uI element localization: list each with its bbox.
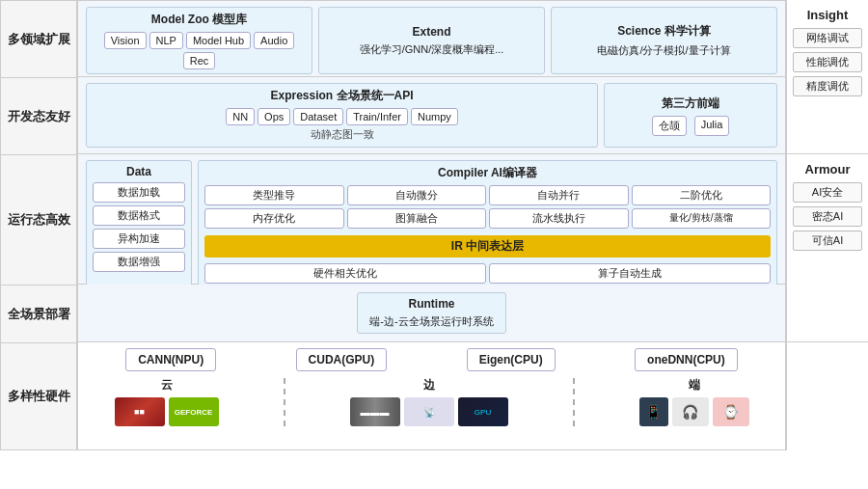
- compiler-title: Compiler AI编译器: [204, 165, 771, 181]
- chip-audio: Audio: [254, 32, 294, 49]
- ir-bar: IR 中间表达层: [204, 235, 771, 258]
- insight-section: Insight 网络调试 性能调优 精度调优: [787, 0, 868, 154]
- compiler-row: Data 数据加载 数据格式 异构加速 数据增强 Compiler AI编译器 …: [77, 154, 786, 285]
- armour-section: Armour AI安全 密态AI 可信AI: [787, 154, 868, 342]
- device-router: 📡: [404, 397, 454, 426]
- chip-cangjie: 仓颉: [652, 116, 687, 136]
- terminal-label: 端: [689, 377, 700, 394]
- right-item-perf-tune: 性能调优: [793, 52, 862, 72]
- chip-auto-parallel: 自动并行: [489, 185, 629, 205]
- right-item-encrypted-ai: 密态AI: [793, 206, 862, 227]
- modelzoo-title: Model Zoo 模型库: [93, 12, 306, 28]
- expression-note: 动静态图一致: [95, 127, 589, 142]
- chip-data-aug: 数据增强: [93, 252, 185, 272]
- right-item-trusted-ai: 可信AI: [793, 231, 862, 251]
- chip-type-infer: 类型推导: [204, 185, 344, 205]
- right-item-ai-security: AI安全: [793, 182, 862, 203]
- cloud-label: 云: [161, 377, 173, 394]
- modelzoo-row: Model Zoo 模型库 Vision NLP Model Hub Audio…: [77, 0, 786, 77]
- chip-vision: Vision: [104, 32, 147, 49]
- right-panel: Insight 网络调试 性能调优 精度调优 Armour AI安全 密态AI …: [786, 0, 868, 450]
- edge-label: 边: [423, 377, 435, 394]
- science-text: 电磁仿真/分子模拟/量子计算: [597, 43, 730, 58]
- device-rack: ▬▬▬: [350, 397, 400, 426]
- right-item-accuracy-tune: 精度调优: [793, 76, 862, 96]
- insight-title: Insight: [805, 4, 851, 26]
- extend-text: 强化学习/GNN/深度概率编程...: [360, 42, 504, 57]
- main-layout: 多领域扩展 开发态友好 运行态高效 全场景部署 多样性硬件 Model Zoo …: [0, 0, 868, 450]
- chip-graph-fusion: 图算融合: [347, 208, 487, 229]
- center-content: Model Zoo 模型库 Vision NLP Model Hub Audio…: [77, 0, 786, 450]
- chip-train-infer: Train/Infer: [346, 108, 408, 125]
- right-item-network-debug: 网络调试: [793, 28, 862, 48]
- third-party-title: 第三方前端: [662, 95, 719, 112]
- chip-numpy: Numpy: [411, 108, 458, 125]
- chip-op-gen: 算子自动生成: [489, 263, 771, 284]
- divider1: [284, 378, 285, 426]
- chip-nlp: NLP: [149, 32, 183, 49]
- chip-hetero-accel: 异构加速: [93, 229, 185, 249]
- expression-title: Expression 全场景统一API: [95, 88, 589, 104]
- extend-title: Extend: [412, 25, 450, 39]
- chip-julia: Julia: [694, 116, 730, 136]
- data-section: Data 数据加载 数据格式 异构加速 数据增强: [86, 160, 192, 288]
- chip-onednn: oneDNN(CPU): [635, 348, 738, 371]
- chip-data-format: 数据格式: [93, 205, 185, 226]
- science-title: Science 科学计算: [617, 23, 711, 40]
- chip-nn: NN: [226, 108, 255, 125]
- science-section: Science 科学计算 电磁仿真/分子模拟/量子计算: [551, 7, 777, 74]
- chip-hw-opt: 硬件相关优化: [204, 263, 486, 284]
- chip-mem-opt: 内存优化: [204, 208, 344, 229]
- label-multi-domain: 多领域扩展: [0, 0, 77, 77]
- chip-modelhub: Model Hub: [186, 32, 251, 49]
- label-dev-friendly: 开发态友好: [0, 77, 77, 154]
- edge-group: 边 ▬▬▬ 📡 GPU: [350, 377, 508, 426]
- chip-eigen: Eigen(CPU): [467, 348, 556, 371]
- cloud-group: 云 ■■ GEFORCE: [115, 377, 219, 426]
- chip-cuda: CUDA(GPU): [296, 348, 388, 371]
- left-labels: 多领域扩展 开发态友好 运行态高效 全场景部署 多样性硬件: [0, 0, 77, 450]
- chip-auto-diff: 自动微分: [347, 185, 487, 205]
- chip-pipeline: 流水线执行: [489, 208, 629, 229]
- data-title: Data: [93, 165, 185, 178]
- runtime-subtitle: 端-边-云全场景运行时系统: [369, 314, 493, 329]
- chip-ops: Ops: [258, 108, 290, 125]
- chip-cann: CANN(NPU): [125, 348, 216, 371]
- divider2: [573, 378, 575, 426]
- device-gpu-card: GPU: [458, 397, 508, 426]
- hardware-row: CANN(NPU) CUDA(GPU) Eigen(CPU) oneDNN(CP…: [77, 342, 786, 450]
- label-diverse-hardware: 多样性硬件: [0, 342, 77, 450]
- device-mobile: 📱: [639, 397, 668, 426]
- label-runtime-efficient: 运行态高效: [0, 154, 77, 285]
- chip-second-order: 二阶优化: [632, 185, 772, 205]
- runtime-row: Runtime 端-边-云全场景运行时系统: [77, 285, 786, 342]
- runtime-title: Runtime: [369, 297, 493, 311]
- chip-data-load: 数据加载: [93, 182, 185, 203]
- third-party-section: 第三方前端 仓颉 Julia: [604, 83, 777, 148]
- extend-section: Extend 强化学习/GNN/深度概率编程...: [318, 7, 545, 74]
- chip-rec: Rec: [183, 52, 216, 69]
- label-full-scene: 全场景部署: [0, 285, 77, 342]
- compiler-section: Compiler AI编译器 类型推导 自动微分 自动并行 二阶优化 内存优化 …: [198, 160, 777, 288]
- chip-quantize: 量化/剪枝/蒸馏: [632, 208, 772, 229]
- device-gpu: GEFORCE: [169, 397, 219, 426]
- expression-section: Expression 全场景统一API NN Ops Dataset Train…: [86, 83, 598, 148]
- device-server: ■■: [115, 397, 165, 426]
- right-hardware-spacer: [787, 342, 868, 450]
- device-earbuds: 🎧: [672, 397, 709, 426]
- expression-row: Expression 全场景统一API NN Ops Dataset Train…: [77, 77, 786, 154]
- modelzoo-section: Model Zoo 模型库 Vision NLP Model Hub Audio…: [86, 7, 312, 74]
- terminal-group: 端 📱 🎧 ⌚: [639, 377, 749, 426]
- chip-dataset: Dataset: [293, 108, 343, 125]
- device-watch: ⌚: [713, 397, 749, 426]
- armour-title: Armour: [803, 158, 853, 180]
